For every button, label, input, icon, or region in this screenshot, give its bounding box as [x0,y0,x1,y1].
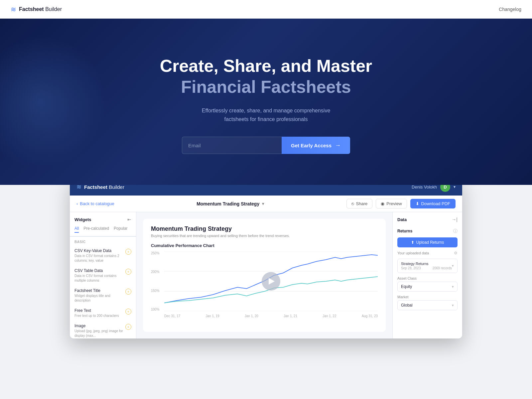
sidebar-section-basic: BASIC [70,237,136,246]
asset-class-select[interactable]: Equity ▾ [397,282,458,292]
chart-y-labels: 250% 200% 150% 100% [151,251,160,311]
returns-header: Returns ⓘ [397,228,458,234]
list-item[interactable]: Factsheet Title Widget displays title an… [70,286,136,306]
changelog-link[interactable]: Changelog [499,7,521,12]
market-label: Market [397,295,458,299]
user-name: Denis Volokh [412,185,437,190]
add-widget-icon[interactable]: + [125,289,131,295]
preview-button[interactable]: ◉ Preview [376,199,407,208]
tab-all[interactable]: All [74,226,79,233]
add-widget-icon[interactable]: + [125,249,131,255]
download-icon: ⬇ [416,201,419,206]
asset-class-field: Asset Class Equity ▾ [397,276,458,292]
download-pdf-button[interactable]: ⬇ Download PDF [410,199,456,208]
tab-precalculated[interactable]: Pre-calculated [83,226,109,232]
chart-card-title: Momentum Trading Strategy [151,225,378,232]
chart-card-subtitle: Buying securities that are trending upwa… [151,234,378,238]
uploaded-label: Your uploaded data [397,251,429,255]
right-panel: Data →| Returns ⓘ ⬆ Upload Returns Your … [392,212,462,338]
app-logo-text: Factsheet Builder [84,184,124,190]
share-icon: ⎋ [351,201,354,206]
chart-svg-container [164,251,378,311]
hero-title-line2: Financial Factsheets [181,77,351,97]
logo-icon: ≋ [11,5,16,13]
strategy-box[interactable]: Strategy Returns Sep 28, 2023 2069 recor… [397,259,458,273]
returns-label: Returns [397,229,412,233]
sidebar-header: Widgets ⇤ [70,217,136,226]
chart-area: 250% 200% 150% 100% [151,251,378,318]
eye-icon: ◉ [381,201,384,206]
app-toolbar: ‹ Back to catalogue Momentum Trading Str… [70,196,462,212]
sidebar-title: Widgets [74,217,91,222]
back-to-catalogue-link[interactable]: ‹ Back to catalogue [76,201,114,206]
toolbar-actions: ⎋ Share ◉ Preview ⬇ Download PDF [346,199,456,208]
chart-card: Momentum Trading Strategy Buying securit… [143,219,386,332]
settings-icon[interactable]: ⚙ [454,251,458,255]
sidebar-tabs: All Pre-calculated Popular [70,226,136,237]
sidebar-collapse-button[interactable]: ⇤ [127,217,131,222]
app-preview: ≋ Factsheet Builder Denis Volokh D ▾ ‹ B… [70,178,462,338]
top-nav: ≋ Factsheet Builder Changelog [0,0,532,19]
share-button[interactable]: ⎋ Share [346,199,373,208]
list-item[interactable]: Free Text Free text up to 200 characters… [70,306,136,321]
panel-header: Data →| [397,217,458,222]
tab-popular[interactable]: Popular [114,226,127,232]
app-body: Widgets ⇤ All Pre-calculated Popular BAS… [70,212,462,338]
market-select[interactable]: Global ▾ [397,300,458,310]
strategy-chevron-icon: ▾ [452,264,454,268]
upload-icon: ⬆ [411,240,414,245]
play-icon [269,278,275,285]
doc-title-area: Momentum Trading Strategy ▾ [197,201,264,206]
select-arrow-icon: ▾ [452,303,454,308]
asset-class-label: Asset Class [397,276,458,280]
main-content: Momentum Trading Strategy Buying securit… [136,212,392,338]
select-arrow-icon: ▾ [452,285,454,289]
play-overlay[interactable] [262,272,280,291]
sidebar: Widgets ⇤ All Pre-calculated Popular BAS… [70,212,136,338]
hero-section: Create, Share, and Master Financial Fact… [0,19,532,185]
arrow-right-icon: → [335,142,341,149]
uploaded-header: Your uploaded data ⚙ [397,251,458,255]
panel-title: Data [397,217,407,222]
get-early-access-button[interactable]: Get Early Access → [282,137,350,154]
dropdown-arrow-icon[interactable]: ▾ [262,201,264,206]
chevron-down-icon[interactable]: ▾ [454,185,456,189]
market-field: Market Global ▾ [397,295,458,310]
hero-title-line1: Create, Share, and Master [160,56,372,76]
list-item[interactable]: Image Upload (jpg, jpeg, png) image for … [70,321,136,338]
add-widget-icon[interactable]: + [125,324,131,330]
logo-text: Factsheet Builder [19,6,62,12]
hero-subtitle: Effortlessly create, share, and manage c… [196,106,336,123]
info-icon[interactable]: ⓘ [453,228,458,234]
email-input[interactable] [182,137,282,154]
chart-section-title: Cumulative Performance Chart [151,243,378,248]
logo-area: ≋ Factsheet Builder [11,5,62,13]
panel-expand-button[interactable]: →| [452,217,458,222]
doc-title: Momentum Trading Strategy [197,201,259,206]
add-widget-icon[interactable]: + [125,269,131,275]
back-arrow-icon: ‹ [76,201,78,206]
add-widget-icon[interactable]: + [125,309,131,315]
upload-returns-button[interactable]: ⬆ Upload Returns [397,237,458,247]
hero-cta-row: Get Early Access → [182,137,350,154]
list-item[interactable]: CSV Key-Value Data Data in CSV format co… [70,246,136,266]
list-item[interactable]: CSV Table Data Data in CSV format contai… [70,266,136,286]
chart-x-labels: Dec 31, 17 Jan 1, 19 Jan 1, 20 Jan 1, 21… [164,314,378,318]
